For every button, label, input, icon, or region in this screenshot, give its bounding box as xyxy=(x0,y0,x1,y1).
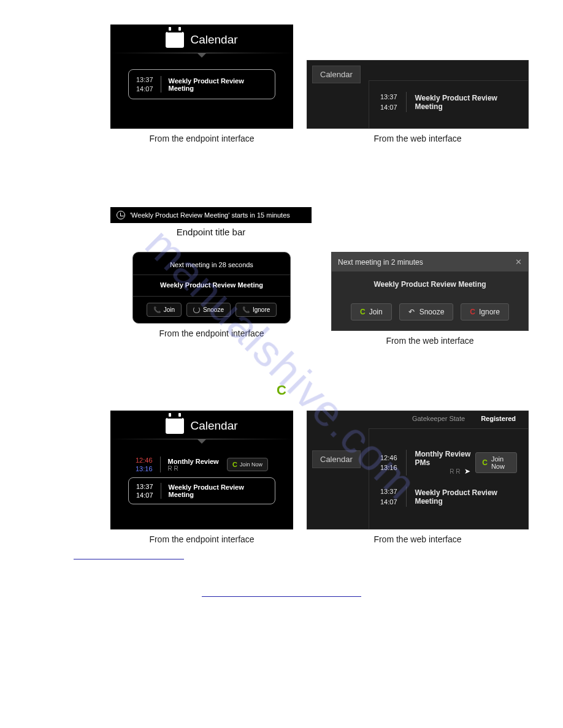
close-icon[interactable]: ✕ xyxy=(515,257,522,267)
meeting-row[interactable]: 12:46 13:16 Monthly Review PMs R R ➤ xyxy=(380,450,517,476)
join-now-button[interactable]: C Join Now xyxy=(227,458,268,471)
web-reminder-modal: Next meeting in 2 minutes ✕ Weekly Produ… xyxy=(331,252,529,331)
reminder-countdown: Next meeting in 28 seconds xyxy=(170,261,253,275)
meeting-name: Weekly Product Review Meeting xyxy=(415,488,517,506)
figure-caption: From the web interface xyxy=(386,336,473,346)
meeting-start-time: 12:46 xyxy=(380,453,397,463)
join-label: Join xyxy=(164,306,175,313)
vertical-divider xyxy=(406,487,407,507)
endpoint-calendar-panel: Calendar 13:37 14:07 Weekly Product Revi… xyxy=(110,25,293,129)
join-button[interactable]: 📞 Join xyxy=(147,303,182,317)
vertical-divider xyxy=(161,483,161,499)
figure-caption: From the web interface xyxy=(373,134,461,143)
gatekeeper-value: Registered xyxy=(481,415,516,422)
meeting-end-time: 14:07 xyxy=(136,491,153,499)
web-calendar-panel: Calendar 13:37 14:07 Weekly Product Revi… xyxy=(307,60,529,129)
phone-icon: C xyxy=(274,382,289,398)
meeting-card[interactable]: 13:37 14:07 Weekly Product Review Meetin… xyxy=(128,69,275,99)
meeting-start-time: 13:37 xyxy=(136,76,153,83)
endpoint-reminder-modal: Next meeting in 28 seconds Weekly Produc… xyxy=(132,252,291,324)
link-underline xyxy=(74,559,184,559)
meeting-organizer: R R xyxy=(168,465,219,472)
refresh-icon xyxy=(193,306,200,313)
back-icon: ↶ xyxy=(408,308,415,316)
meeting-start-time: 13:37 xyxy=(380,92,397,102)
title-bar-caption: Endpoint title bar xyxy=(110,227,312,237)
phone-icon: C xyxy=(360,308,366,316)
ignore-label: Ignore xyxy=(479,308,500,316)
phone-icon: C xyxy=(232,461,237,468)
figure-caption: From the endpoint interface xyxy=(159,328,264,338)
endpoint-calendar-panel: Calendar 12:46 13:16 Monthly Review xyxy=(110,411,293,529)
meeting-start-time: 13:37 xyxy=(136,483,153,490)
snooze-label: Snooze xyxy=(419,308,445,316)
figure-caption: From the endpoint interface xyxy=(149,534,254,544)
join-now-label: Join Now xyxy=(491,455,510,470)
meeting-end-time: 14:07 xyxy=(136,85,153,93)
join-now-button[interactable]: C Join Now xyxy=(475,452,517,473)
join-now-label: Join Now xyxy=(240,461,262,468)
join-label: Join xyxy=(369,308,383,316)
meeting-row[interactable]: 13:37 14:07 Weekly Product Review Meetin… xyxy=(380,487,517,507)
meeting-name: Weekly Product Review Meeting xyxy=(169,76,268,93)
meeting-organizer: R R ➤ xyxy=(415,467,471,476)
join-button[interactable]: C Join xyxy=(351,303,392,320)
ignore-button[interactable]: C Ignore xyxy=(461,303,509,320)
vertical-divider xyxy=(161,76,161,93)
vertical-divider xyxy=(160,457,161,472)
meeting-row[interactable]: 12:46 13:16 Monthly Review R R C Join xyxy=(128,452,275,477)
snooze-label: Snooze xyxy=(203,306,224,313)
meeting-row[interactable]: 13:37 14:07 Weekly Product Review Meetin… xyxy=(380,92,517,112)
phone-icon: C xyxy=(482,458,488,467)
meeting-end-time: 14:07 xyxy=(380,102,397,113)
endpoint-title-bar: 'Weekly Product Review Meeting' starts i… xyxy=(110,207,312,223)
calendar-title: Calendar xyxy=(190,33,237,47)
calendar-tab[interactable]: Calendar xyxy=(312,450,361,468)
meeting-end-time: 13:16 xyxy=(380,463,397,473)
page-content: Calendar 13:37 14:07 Weekly Product Revi… xyxy=(12,25,551,597)
ignore-label: Ignore xyxy=(253,306,270,313)
calendar-title: Calendar xyxy=(190,419,237,433)
gatekeeper-label: Gatekeeper State xyxy=(412,415,465,422)
vertical-divider xyxy=(406,450,407,476)
meeting-start-time: 12:46 xyxy=(136,457,153,464)
reminder-countdown: Next meeting in 2 minutes xyxy=(338,258,423,267)
snooze-button[interactable]: ↶ Snooze xyxy=(399,303,454,320)
meeting-name: Monthly Review PMs xyxy=(415,450,471,467)
web-calendar-panel: Gatekeeper State Registered Calendar 12:… xyxy=(307,411,529,529)
meeting-card[interactable]: 13:37 14:07 Weekly Product Review Meetin… xyxy=(128,477,275,504)
divider-line xyxy=(110,53,293,53)
figure-caption: From the web interface xyxy=(373,534,461,544)
phone-hangup-icon: C xyxy=(470,308,475,316)
ignore-button[interactable]: 📞 Ignore xyxy=(236,303,277,317)
figure-caption: From the endpoint interface xyxy=(149,134,254,143)
reminder-meeting-name: Weekly Product Review Meeting xyxy=(332,280,528,289)
reminder-meeting-name: Weekly Product Review Meeting xyxy=(160,281,263,296)
meeting-end-time: 14:07 xyxy=(380,497,397,507)
vertical-divider xyxy=(406,92,407,112)
meeting-end-time: 13:16 xyxy=(136,465,153,472)
meeting-name: Weekly Product Review Meeting xyxy=(415,92,517,112)
meeting-name: Weekly Product Review Meeting xyxy=(169,483,268,498)
calendar-icon xyxy=(166,418,184,434)
phone-hangup-icon: 📞 xyxy=(242,306,250,313)
title-bar-text: 'Weekly Product Review Meeting' starts i… xyxy=(130,211,290,219)
gatekeeper-state: Gatekeeper State Registered xyxy=(412,415,516,422)
meeting-start-time: 13:37 xyxy=(380,487,397,497)
calendar-icon xyxy=(166,32,184,48)
link-underline xyxy=(202,596,361,597)
meeting-name: Monthly Review xyxy=(168,458,219,465)
snooze-button[interactable]: Snooze xyxy=(186,303,231,317)
phone-icon: 📞 xyxy=(153,306,161,313)
clock-icon xyxy=(117,211,125,219)
cursor-icon: ➤ xyxy=(464,467,470,476)
divider-line xyxy=(110,439,293,439)
calendar-tab[interactable]: Calendar xyxy=(312,66,361,83)
